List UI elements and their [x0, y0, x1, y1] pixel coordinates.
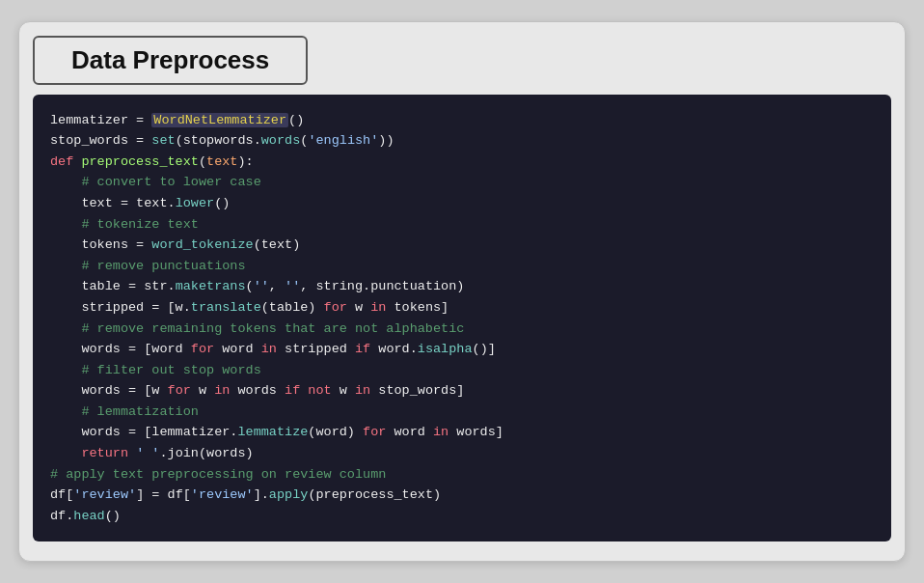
card-title: Data Preprocess — [52, 30, 288, 90]
code-block: lemmatizer = WordNetLemmatizer() stop_wo… — [33, 95, 891, 542]
code-line-12: words = [word for word in stripped if wo… — [50, 339, 874, 360]
code-line-1: lemmatizer = WordNetLemmatizer() — [50, 110, 874, 131]
code-line-15: # lemmatization — [50, 402, 874, 423]
code-line-20: df.head() — [50, 506, 874, 527]
code-line-2: stop_words = set(stopwords.words('englis… — [50, 130, 874, 152]
code-line-19: df['review'] = df['review'].apply(prepro… — [50, 485, 874, 506]
code-line-6: # tokenize text — [50, 214, 874, 236]
code-line-18: # apply text preprocessing on review col… — [50, 464, 874, 486]
main-card: Data Preprocess lemmatizer = WordNetLemm… — [18, 21, 906, 563]
code-line-16: words = [lemmatizer.lemmatize(word) for … — [50, 422, 874, 443]
card-title-box: Data Preprocess — [33, 36, 308, 85]
code-line-8: # remove punctuations — [50, 256, 874, 277]
code-line-9: table = str.maketrans('', '', string.pun… — [50, 276, 874, 297]
code-line-11: # remove remaining tokens that are not a… — [50, 319, 874, 340]
code-line-5: text = text.lower() — [50, 193, 874, 214]
code-line-13: # filter out stop words — [50, 360, 874, 381]
code-line-7: tokens = word_tokenize(text) — [50, 235, 874, 256]
code-line-3: def preprocess_text(text): — [50, 152, 874, 173]
code-line-14: words = [w for w in words if not w in st… — [50, 380, 874, 402]
code-line-4: # convert to lower case — [50, 172, 874, 193]
code-line-10: stripped = [w.translate(table) for w in … — [50, 297, 874, 319]
code-line-17: return ' '.join(words) — [50, 443, 874, 464]
